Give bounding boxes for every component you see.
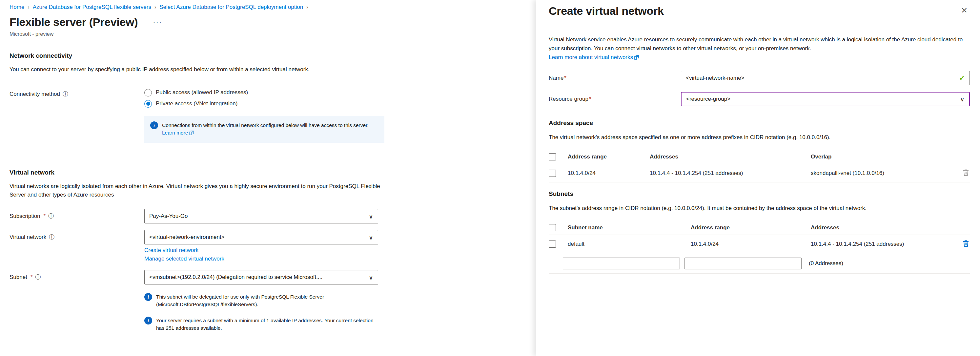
subnet-availability-note: i Your server requires a subnet with a m… bbox=[144, 317, 374, 332]
info-tooltip-icon[interactable]: ⓘ bbox=[63, 90, 68, 98]
banner-text: Connections from within the virtual netw… bbox=[162, 121, 379, 137]
col-header-address-range: Address range bbox=[568, 153, 650, 160]
addresses-cell: 10.1.4.4 - 10.1.4.254 (251 addresses) bbox=[650, 170, 811, 177]
radio-private-access[interactable]: Private access (VNet Integration) bbox=[144, 98, 378, 109]
info-icon: i bbox=[144, 293, 152, 301]
radio-public-access-label: Public access (allowed IP addresses) bbox=[156, 89, 248, 96]
subnet-delegation-note: i This subnet will be delegated for use … bbox=[144, 293, 374, 308]
create-virtual-network-panel: Create virtual network ✕ Virtual Network… bbox=[536, 0, 980, 356]
address-space-row: 10.1.4.0/24 10.1.4.4 - 10.1.4.254 (251 a… bbox=[549, 164, 970, 182]
new-subnet-row: (0 Addresses) bbox=[549, 253, 970, 274]
radio-circle-icon bbox=[144, 89, 152, 96]
external-link-icon bbox=[634, 53, 639, 62]
azure-portal-page: Home › Azure Database for PostgreSQL fle… bbox=[0, 0, 980, 356]
info-tooltip-icon[interactable]: ⓘ bbox=[35, 273, 41, 281]
panel-title: Create virtual network bbox=[549, 5, 664, 18]
chevron-down-icon: ∨ bbox=[960, 96, 964, 103]
select-all-checkbox[interactable] bbox=[549, 153, 556, 160]
manage-virtual-network-link[interactable]: Manage selected virtual network bbox=[144, 255, 378, 262]
create-virtual-network-link[interactable]: Create virtual network bbox=[144, 247, 378, 254]
subnets-description: The subnet's address range in CIDR notat… bbox=[549, 204, 969, 212]
resource-group-label: Resource group bbox=[549, 96, 589, 102]
col-header-addresses: Addresses bbox=[650, 153, 811, 160]
row-checkbox[interactable] bbox=[549, 170, 556, 177]
subnet-dropdown[interactable]: <vmsubnet>(192.0.2.0/24) (Delegation req… bbox=[144, 270, 378, 284]
page-title: Flexible server (Preview) bbox=[10, 16, 138, 29]
subnet-label: Subnet bbox=[10, 274, 27, 281]
radio-private-access-label: Private access (VNet Integration) bbox=[156, 101, 237, 107]
panel-description: Virtual Network service enables Azure re… bbox=[549, 35, 969, 62]
address-space-heading: Address space bbox=[549, 120, 969, 127]
breadcrumb-separator: › bbox=[27, 4, 29, 10]
new-subnet-name-input[interactable] bbox=[563, 257, 680, 269]
col-header-overlap: Overlap bbox=[811, 153, 955, 160]
radio-public-access[interactable]: Public access (allowed IP addresses) bbox=[144, 87, 378, 98]
col-header-addresses: Addresses bbox=[811, 224, 955, 231]
deployment-blade: Home › Azure Database for PostgreSQL fle… bbox=[0, 0, 536, 356]
chevron-down-icon: ∨ bbox=[369, 274, 373, 281]
valid-check-icon: ✓ bbox=[959, 74, 965, 82]
breadcrumb-home[interactable]: Home bbox=[10, 4, 24, 11]
name-label: Name bbox=[549, 75, 563, 81]
info-icon: i bbox=[150, 121, 158, 129]
chevron-down-icon: ∨ bbox=[369, 234, 373, 241]
address-space-header-row: Address range Addresses Overlap bbox=[549, 150, 970, 164]
select-all-checkbox[interactable] bbox=[549, 224, 556, 231]
resource-group-dropdown[interactable]: <resource-group> ∨ bbox=[681, 92, 970, 106]
info-tooltip-icon[interactable]: ⓘ bbox=[48, 212, 54, 220]
row-checkbox[interactable] bbox=[549, 241, 556, 248]
subnets-header-row: Subnet name Address range Addresses bbox=[549, 220, 970, 235]
chevron-down-icon: ∨ bbox=[369, 212, 373, 220]
vnet-name-input[interactable]: <virtual-network-name> ✓ bbox=[681, 71, 970, 85]
address-space-table: Address range Addresses Overlap 10.1.4.0… bbox=[549, 150, 970, 182]
virtual-network-intro: Virtual networks are logically isolated … bbox=[10, 182, 383, 199]
breadcrumb-flexible-servers[interactable]: Azure Database for PostgreSQL flexible s… bbox=[33, 4, 151, 11]
subnets-table: Subnet name Address range Addresses defa… bbox=[549, 220, 970, 274]
breadcrumb-separator: › bbox=[154, 4, 156, 10]
network-connectivity-intro: You can connect to your server by specif… bbox=[10, 65, 372, 74]
virtual-network-dropdown[interactable]: <virtual-network-environment> ∨ bbox=[144, 230, 378, 244]
trash-icon bbox=[963, 169, 969, 176]
address-range-cell: 10.1.4.0/24 bbox=[691, 241, 811, 247]
subscription-label: Subscription bbox=[10, 213, 40, 220]
subnet-row: default 10.1.4.0/24 10.1.4.4 - 10.1.4.25… bbox=[549, 235, 970, 253]
learn-more-virtual-networks-link[interactable]: Learn more about virtual networks bbox=[549, 54, 633, 61]
col-header-address-range: Address range bbox=[691, 224, 811, 231]
vnet-info-banner: i Connections from within the virtual ne… bbox=[144, 116, 384, 143]
info-tooltip-icon[interactable]: ⓘ bbox=[49, 233, 54, 241]
new-subnet-address-range-input[interactable] bbox=[684, 257, 802, 269]
external-link-icon bbox=[189, 129, 194, 137]
delete-address-range-button[interactable] bbox=[962, 168, 970, 178]
col-header-subnet-name: Subnet name bbox=[568, 224, 691, 231]
address-range-cell: 10.1.4.0/24 bbox=[568, 170, 650, 177]
virtual-network-label: Virtual network bbox=[10, 234, 46, 241]
subnet-name-cell: default bbox=[568, 241, 691, 247]
page-subtitle: Microsoft - preview bbox=[10, 31, 536, 37]
new-subnet-addresses-label: (0 Addresses) bbox=[809, 260, 843, 267]
overflow-menu-button[interactable]: ··· bbox=[153, 18, 162, 27]
network-connectivity-heading: Network connectivity bbox=[10, 52, 536, 59]
close-icon[interactable]: ✕ bbox=[959, 5, 969, 16]
subscription-dropdown[interactable]: Pay-As-You-Go ∨ bbox=[144, 209, 378, 223]
connectivity-method-label: Connectivity method bbox=[10, 91, 60, 97]
radio-selected-icon bbox=[144, 100, 152, 108]
address-space-description: The virtual network's address space spec… bbox=[549, 133, 969, 142]
virtual-network-heading: Virtual network bbox=[10, 169, 536, 176]
info-icon: i bbox=[144, 317, 152, 324]
delete-subnet-button[interactable] bbox=[962, 239, 970, 249]
addresses-cell: 10.1.4.4 - 10.1.4.254 (251 addresses) bbox=[811, 241, 955, 247]
trash-icon bbox=[963, 240, 969, 247]
breadcrumb: Home › Azure Database for PostgreSQL fle… bbox=[10, 4, 536, 11]
overlap-cell: skondapalli-vnet (10.1.0.0/16) bbox=[811, 170, 955, 177]
breadcrumb-deployment-option[interactable]: Select Azure Database for PostgreSQL dep… bbox=[159, 4, 303, 11]
breadcrumb-separator: › bbox=[306, 4, 308, 10]
banner-learn-more-link[interactable]: Learn more bbox=[162, 130, 188, 136]
subnets-heading: Subnets bbox=[549, 190, 969, 198]
